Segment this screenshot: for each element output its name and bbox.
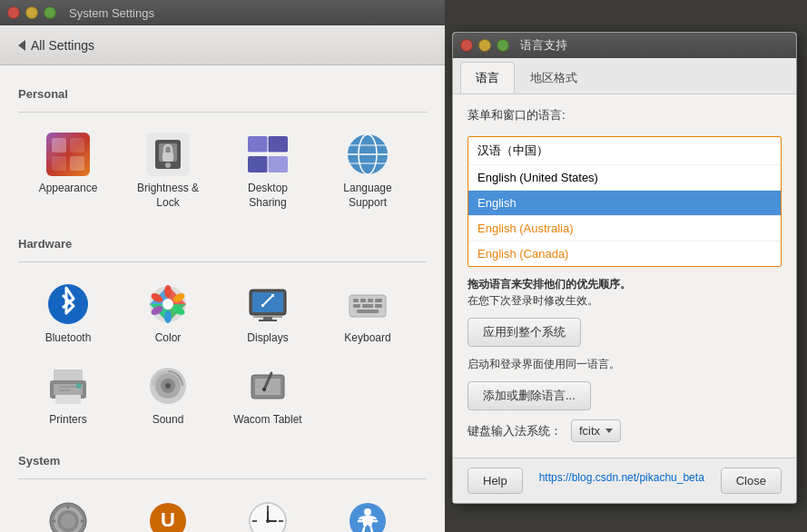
input-method-row: 键盘输入法系统： fcitx: [467, 419, 782, 442]
dialog-close-btn[interactable]: [460, 39, 473, 52]
tab-language[interactable]: 语言: [460, 62, 515, 94]
toolbar: All Settings: [0, 25, 445, 65]
lang-item-english-ca[interactable]: English (Canada): [468, 241, 781, 266]
displays-item[interactable]: Displays: [218, 273, 318, 355]
color-label: Color: [155, 331, 182, 346]
appearance-label: Appearance: [39, 182, 98, 196]
svg-point-75: [266, 519, 270, 523]
sound-item[interactable]: Sound: [118, 355, 218, 437]
svg-rect-2: [70, 138, 84, 153]
hardware-icons-grid: Bluetooth: [18, 273, 427, 436]
svg-rect-32: [252, 292, 283, 312]
svg-rect-11: [268, 136, 288, 153]
all-settings-button[interactable]: All Settings: [11, 34, 102, 56]
keyboard-item[interactable]: Keyboard: [318, 273, 418, 355]
wacom-tablet-item[interactable]: Wacom Tablet: [218, 355, 318, 437]
universal-access-item[interactable]: UniversalAccess: [318, 490, 418, 532]
time-date-item[interactable]: Time & Date: [218, 490, 318, 532]
titlebar: System Settings: [0, 0, 445, 25]
svg-rect-12: [248, 156, 268, 172]
svg-point-30: [163, 300, 172, 309]
input-method-value: fcitx: [579, 424, 600, 438]
svg-rect-42: [353, 304, 360, 308]
dialog-footer: Help https://blog.csdn.net/pikachu_beta …: [453, 458, 796, 503]
all-settings-label: All Settings: [31, 38, 94, 53]
color-item[interactable]: Color: [118, 273, 218, 355]
language-support-item[interactable]: LanguageSupport: [318, 123, 418, 219]
svg-point-77: [364, 508, 371, 516]
brightness-lock-icon: [146, 133, 190, 176]
svg-rect-40: [368, 299, 373, 302]
hardware-section-label: Hardware: [18, 237, 427, 251]
time-date-icon: [246, 499, 290, 532]
dialog-titlebar: 语言支持: [453, 33, 796, 58]
language-dialog: 语言支持 语言 地区格式 菜单和窗口的语言: 汉语（中国） English (U…: [452, 32, 797, 504]
lang-item-english-us[interactable]: English (United States): [468, 165, 781, 191]
printers-item[interactable]: Printers: [18, 355, 118, 437]
sound-icon: [146, 364, 190, 408]
svg-rect-51: [59, 389, 70, 391]
desktop-sharing-icon: [246, 133, 290, 176]
login-hint: 启动和登录界面使用同一语言。: [467, 356, 782, 372]
bluetooth-item[interactable]: Bluetooth: [18, 273, 118, 355]
desktop-sharing-label: DesktopSharing: [248, 182, 288, 210]
svg-point-24: [164, 285, 172, 298]
displays-icon: [246, 282, 290, 326]
minimize-button[interactable]: [25, 6, 38, 19]
lang-item-chinese[interactable]: 汉语（中国）: [468, 137, 781, 165]
settings-content: Personal: [0, 65, 445, 532]
personal-section-label: Personal: [18, 87, 427, 101]
svg-rect-45: [357, 310, 379, 313]
printers-icon: [46, 364, 90, 408]
drag-hint: 拖动语言来安排他们的优先顺序。 在您下次登录时修改生效。: [467, 276, 782, 309]
help-button[interactable]: Help: [467, 468, 523, 494]
lang-item-english[interactable]: English: [468, 191, 781, 216]
lang-item-english-au[interactable]: English (Australia): [468, 216, 781, 241]
maximize-button[interactable]: [44, 6, 56, 19]
select-arrow-icon: [605, 429, 613, 433]
svg-point-27: [164, 310, 172, 323]
svg-rect-46: [54, 369, 83, 382]
svg-rect-10: [248, 136, 268, 153]
footer-link: https://blog.csdn.net/pikachu_beta: [539, 468, 704, 494]
svg-rect-41: [375, 299, 382, 302]
language-list: 汉语（中国） English (United States) English E…: [467, 136, 782, 267]
svg-rect-49: [55, 395, 81, 404]
close-dialog-button[interactable]: Close: [721, 468, 782, 494]
window-title: System Settings: [69, 6, 154, 20]
bluetooth-icon: [46, 282, 90, 326]
details-item[interactable]: Details: [18, 490, 118, 532]
svg-text:U: U: [161, 508, 175, 531]
dialog-title: 语言支持: [520, 37, 567, 54]
add-remove-button[interactable]: 添加或删除语言...: [467, 381, 591, 410]
svg-point-56: [165, 383, 171, 389]
svg-rect-9: [162, 153, 173, 162]
input-method-label: 键盘输入法系统：: [467, 423, 562, 439]
language-section-label: 菜单和窗口的语言:: [467, 107, 782, 123]
brightness-lock-item[interactable]: Brightness &Lock: [118, 123, 218, 219]
wacom-tablet-label: Wacom Tablet: [233, 413, 301, 428]
system-divider: [18, 478, 427, 479]
dialog-maximize-btn[interactable]: [497, 39, 509, 52]
back-arrow-icon: [18, 40, 25, 51]
svg-point-52: [76, 383, 82, 389]
hardware-divider: [18, 261, 427, 262]
input-method-select[interactable]: fcitx: [571, 419, 621, 442]
svg-point-8: [165, 163, 171, 168]
software-updates-item[interactable]: U Software &Updates: [118, 490, 218, 532]
brightness-lock-label: Brightness &Lock: [137, 182, 199, 210]
appearance-icon: [46, 133, 90, 176]
apply-system-button[interactable]: 应用到整个系统: [467, 318, 581, 347]
close-button[interactable]: [7, 6, 20, 19]
color-icon: [146, 282, 190, 326]
appearance-item[interactable]: Appearance: [18, 123, 118, 219]
dialog-minimize-btn[interactable]: [478, 39, 491, 52]
system-icons-grid: Details U Software &Updates: [18, 490, 427, 532]
svg-rect-43: [362, 304, 373, 308]
svg-rect-50: [59, 386, 77, 388]
svg-rect-1: [52, 138, 66, 153]
svg-rect-44: [375, 304, 382, 308]
keyboard-label: Keyboard: [344, 331, 390, 346]
desktop-sharing-item[interactable]: DesktopSharing: [218, 123, 318, 219]
tab-region[interactable]: 地区格式: [515, 62, 593, 94]
